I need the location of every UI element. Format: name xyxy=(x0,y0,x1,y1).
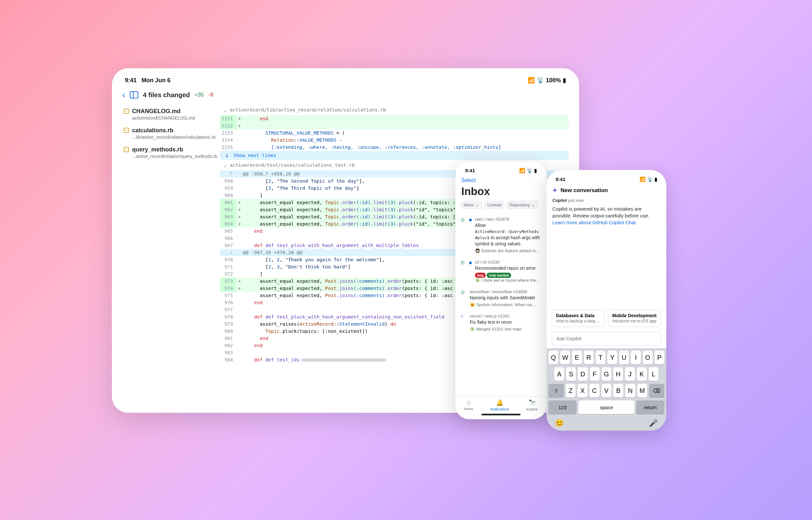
key-v[interactable]: V xyxy=(601,384,612,397)
copilot-meta: Copilot just now xyxy=(551,198,662,205)
issue-open-icon: ⊙ xyxy=(461,260,467,283)
signal-icon: 📶 xyxy=(528,77,535,84)
key-h[interactable]: H xyxy=(613,367,623,381)
suggestion-card-databases[interactable]: Databases & Data How to backup a databas… xyxy=(552,309,605,327)
split-view-icon[interactable] xyxy=(130,91,138,99)
status-time: 9:41 xyxy=(125,77,137,83)
key-123[interactable]: 123 xyxy=(548,400,576,414)
iphone-copilot: 9:41 📶 📡 ▮ ✦ New conversation Copilot ju… xyxy=(546,170,666,431)
tab-home[interactable]: ⌂Home xyxy=(464,399,473,411)
diff-file-header[interactable]: ⌄ activerecord/lib/active_record/relatio… xyxy=(220,105,569,115)
list-item[interactable]: ⑂ vercel / next.js #2201 Fix flaky test … xyxy=(461,310,541,335)
file-path: activerecord/CHANGELOG.md xyxy=(132,115,195,121)
key-w[interactable]: W xyxy=(560,351,570,364)
file-sidebar: CHANGELOG.md activerecord/CHANGELOG.md c… xyxy=(122,105,220,404)
expand-icon[interactable]: ⇳ xyxy=(230,250,233,255)
status-date: Mon Jun 6 xyxy=(142,77,170,83)
key-f[interactable]: F xyxy=(590,367,599,381)
emoji-button[interactable]: 😊 xyxy=(555,419,564,427)
sidebar-file-query-methods[interactable]: query_methods.rb ...active_record/relati… xyxy=(122,143,217,162)
label-help-wanted: help wanted xyxy=(487,273,511,278)
inbox-list[interactable]: ⊙ rails / rails #51676 Allow ActiveRecor… xyxy=(461,213,541,396)
key-c[interactable]: C xyxy=(589,384,599,397)
key-shift[interactable]: ⇧ xyxy=(548,384,564,397)
item-title: Naming inputs with SavedModel xyxy=(470,295,541,301)
filter-repository[interactable]: Repository ⌄ xyxy=(507,201,537,209)
filter-inbox[interactable]: Inbox ⌄ xyxy=(461,201,482,209)
battery-icon: ▮ xyxy=(563,77,566,84)
ipad-statusbar: 9:41 Mon Jun 6 📶 📡 100% ▮ xyxy=(122,77,569,87)
key-j[interactable]: J xyxy=(625,367,635,381)
status-icons: 📶 📡 ▮ xyxy=(640,177,657,182)
diff-file-path: activerecord/lib/active_record/relation/… xyxy=(230,107,386,112)
filter-unread[interactable]: Unread xyxy=(485,201,504,209)
key-o[interactable]: O xyxy=(643,351,653,364)
key-t[interactable]: T xyxy=(596,351,606,364)
key-d[interactable]: D xyxy=(578,367,588,381)
list-item[interactable]: ⊙ rails / rails #51676 Allow ActiveRecor… xyxy=(461,213,541,256)
merge-icon: ✳️ xyxy=(470,327,475,332)
home-indicator[interactable] xyxy=(482,414,520,415)
item-sub: ✳️ Merged #2201 into main xyxy=(470,327,541,332)
list-item[interactable]: ⊙ cli / cli #1530 Recommended repos on e… xyxy=(461,256,541,286)
key-x[interactable]: X xyxy=(577,384,588,397)
copilot-learn-more-link[interactable]: Learn more about GitHub Copilot Chat. xyxy=(552,220,637,225)
back-button[interactable]: ‹ xyxy=(122,90,125,100)
mic-button[interactable]: 🎤 xyxy=(649,419,658,427)
expand-icon[interactable]: ⤒ xyxy=(229,171,233,177)
item-sub: ✳️ I think we've found where the iss... xyxy=(475,278,541,283)
item-repo: tensorflow / tensorflow #24058 xyxy=(470,289,541,294)
file-modified-icon xyxy=(124,128,129,133)
file-name: calculations.rb xyxy=(132,127,216,134)
key-a[interactable]: A xyxy=(555,367,564,381)
phone-statusbar: 9:41 📶 📡 ▮ xyxy=(551,177,662,185)
conversation-title: New conversation xyxy=(561,187,608,194)
ask-copilot-input[interactable]: Ask Copilot xyxy=(552,332,661,345)
key-k[interactable]: K xyxy=(637,367,647,381)
key-e[interactable]: E xyxy=(572,351,582,364)
key-return[interactable]: return xyxy=(636,400,664,414)
chevron-down-icon: ⌄ xyxy=(224,162,226,168)
show-next-lines[interactable]: ⤓ Show next lines xyxy=(220,151,569,160)
item-repo: rails / rails #51676 xyxy=(475,217,541,222)
key-r[interactable]: R xyxy=(584,351,594,364)
item-repo: cli / cli #1530 xyxy=(475,260,541,264)
status-icons: 📶 📡 ▮ xyxy=(519,168,537,174)
spark-icon: ✳️ xyxy=(475,278,480,283)
key-l[interactable]: L xyxy=(649,367,659,381)
ipad-header: ‹ 4 files changed +35 -9 xyxy=(122,87,569,105)
key-m[interactable]: M xyxy=(637,384,647,397)
key-n[interactable]: N xyxy=(625,384,635,397)
key-space[interactable]: space xyxy=(579,400,634,414)
key-y[interactable]: Y xyxy=(607,351,617,364)
suggestion-sub: How to backup a database? xyxy=(556,319,600,323)
tab-explore[interactable]: 🔭Explore xyxy=(526,399,538,411)
sidebar-file-changelog[interactable]: CHANGELOG.md activerecord/CHANGELOG.md xyxy=(122,105,217,124)
file-name: CHANGELOG.md xyxy=(132,108,195,115)
chevron-down-icon: ⌄ xyxy=(224,107,226,112)
chevron-down-icon: ⌄ xyxy=(531,203,535,207)
key-s[interactable]: S xyxy=(566,367,576,381)
issue-open-icon: ⊙ xyxy=(461,289,467,307)
tabbar: ⌂Home 🔔Notifications 🔭Explore xyxy=(456,396,546,412)
suggestion-sub: Introduce me to iOS app xyxy=(612,319,657,323)
horizontal-scrollbar[interactable] xyxy=(301,359,386,362)
deletions-count: -9 xyxy=(208,92,214,98)
tab-notifications[interactable]: 🔔Notifications xyxy=(491,399,509,411)
sidebar-file-calculations[interactable]: calculations.rb ...lib/active_record/rel… xyxy=(122,124,217,143)
home-icon: ⌂ xyxy=(467,399,470,406)
key-p[interactable]: P xyxy=(655,351,664,364)
key-i[interactable]: I xyxy=(631,351,641,364)
key-b[interactable]: B xyxy=(613,384,623,397)
item-repo: vercel / next.js #2201 xyxy=(470,314,541,318)
file-modified-icon xyxy=(124,147,129,152)
key-g[interactable]: G xyxy=(601,367,611,381)
key-u[interactable]: U xyxy=(619,351,629,364)
key-q[interactable]: Q xyxy=(548,351,558,364)
key-z[interactable]: Z xyxy=(566,384,576,397)
suggestion-card-mobile[interactable]: Mobile Development Introduce me to iOS a… xyxy=(608,309,661,327)
list-item[interactable]: ⊙ tensorflow / tensorflow #24058 Naming … xyxy=(461,286,541,310)
inbox-title: Inbox xyxy=(461,185,541,201)
select-button[interactable]: Select xyxy=(461,176,541,185)
key-backspace[interactable]: ⌫ xyxy=(649,384,664,397)
